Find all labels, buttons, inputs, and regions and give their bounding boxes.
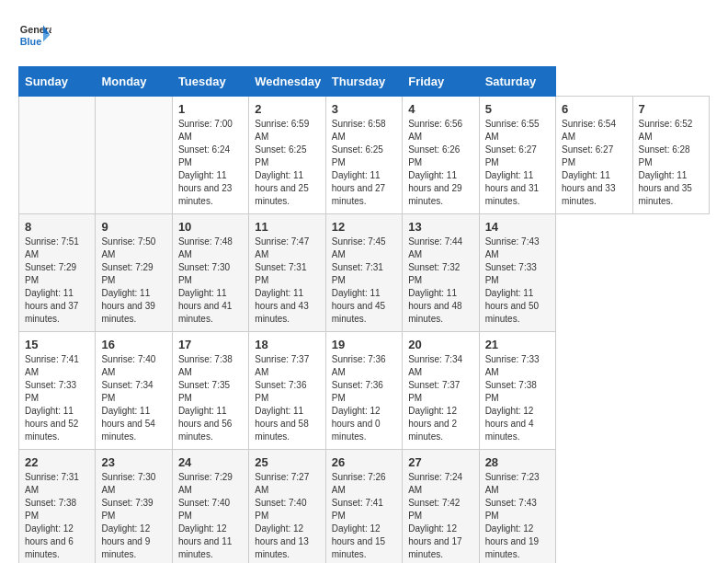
- day-number: 18: [255, 338, 319, 351]
- calendar-day-cell: 6 Sunrise: 6:54 AM Sunset: 6:27 PM Dayli…: [556, 97, 632, 214]
- calendar-day-cell: 23 Sunrise: 7:30 AM Sunset: 7:39 PM Dayl…: [96, 450, 172, 564]
- calendar-day-cell: 4 Sunrise: 6:56 AM Sunset: 6:26 PM Dayli…: [403, 97, 479, 214]
- calendar-day-cell: 3 Sunrise: 6:58 AM Sunset: 6:25 PM Dayli…: [325, 97, 402, 214]
- day-number: 2: [255, 102, 319, 116]
- day-info: Sunrise: 6:52 AM Sunset: 6:28 PM Dayligh…: [639, 118, 704, 208]
- calendar-table: SundayMondayTuesdayWednesdayThursdayFrid…: [18, 66, 710, 563]
- day-number: 22: [25, 455, 89, 469]
- weekday-header: Thursday: [325, 67, 402, 97]
- calendar-day-cell: 19 Sunrise: 7:36 AM Sunset: 7:36 PM Dayl…: [325, 332, 402, 450]
- day-number: 4: [408, 102, 472, 116]
- day-number: 12: [332, 220, 396, 234]
- day-info: Sunrise: 7:47 AM Sunset: 7:31 PM Dayligh…: [255, 236, 319, 326]
- day-number: 20: [408, 338, 472, 351]
- calendar-day-cell: [19, 97, 96, 214]
- day-number: 13: [408, 220, 472, 234]
- day-number: 28: [485, 455, 550, 469]
- calendar-week-row: 8 Sunrise: 7:51 AM Sunset: 7:29 PM Dayli…: [19, 214, 710, 332]
- day-info: Sunrise: 7:23 AM Sunset: 7:43 PM Dayligh…: [485, 471, 550, 561]
- weekday-header: Friday: [403, 67, 479, 97]
- day-info: Sunrise: 7:30 AM Sunset: 7:39 PM Dayligh…: [101, 471, 165, 561]
- day-info: Sunrise: 6:54 AM Sunset: 6:27 PM Dayligh…: [562, 118, 626, 208]
- day-info: Sunrise: 7:38 AM Sunset: 7:35 PM Dayligh…: [178, 353, 243, 443]
- day-info: Sunrise: 6:56 AM Sunset: 6:26 PM Dayligh…: [408, 118, 472, 208]
- calendar-day-cell: 1 Sunrise: 7:00 AM Sunset: 6:24 PM Dayli…: [172, 97, 248, 214]
- day-number: 10: [178, 220, 243, 234]
- calendar-day-cell: 10 Sunrise: 7:48 AM Sunset: 7:30 PM Dayl…: [172, 214, 248, 332]
- day-number: 14: [485, 220, 550, 234]
- day-number: 11: [255, 220, 319, 234]
- calendar-day-cell: 11 Sunrise: 7:47 AM Sunset: 7:31 PM Dayl…: [249, 214, 325, 332]
- day-number: 9: [101, 220, 165, 234]
- calendar-day-cell: 20 Sunrise: 7:34 AM Sunset: 7:37 PM Dayl…: [403, 332, 479, 450]
- calendar-day-cell: 15 Sunrise: 7:41 AM Sunset: 7:33 PM Dayl…: [19, 332, 96, 450]
- day-number: 19: [332, 338, 396, 351]
- day-number: 6: [562, 102, 626, 116]
- day-number: 21: [485, 338, 550, 351]
- calendar-day-cell: 22 Sunrise: 7:31 AM Sunset: 7:38 PM Dayl…: [19, 450, 96, 564]
- day-info: Sunrise: 7:50 AM Sunset: 7:29 PM Dayligh…: [101, 236, 165, 326]
- day-info: Sunrise: 6:58 AM Sunset: 6:25 PM Dayligh…: [332, 118, 396, 208]
- day-info: Sunrise: 7:43 AM Sunset: 7:33 PM Dayligh…: [485, 236, 550, 326]
- day-number: 3: [332, 102, 396, 116]
- day-number: 25: [255, 455, 319, 469]
- calendar-day-cell: 18 Sunrise: 7:37 AM Sunset: 7:36 PM Dayl…: [249, 332, 325, 450]
- day-info: Sunrise: 7:37 AM Sunset: 7:36 PM Dayligh…: [255, 353, 319, 443]
- calendar-day-cell: 26 Sunrise: 7:26 AM Sunset: 7:41 PM Dayl…: [325, 450, 402, 564]
- calendar-day-cell: 5 Sunrise: 6:55 AM Sunset: 6:27 PM Dayli…: [479, 97, 555, 214]
- weekday-header: Monday: [96, 67, 172, 97]
- calendar-week-row: 15 Sunrise: 7:41 AM Sunset: 7:33 PM Dayl…: [19, 332, 710, 450]
- day-number: 1: [178, 102, 243, 116]
- day-number: 7: [639, 102, 704, 116]
- calendar-day-cell: 16 Sunrise: 7:40 AM Sunset: 7:34 PM Dayl…: [96, 332, 172, 450]
- day-info: Sunrise: 7:33 AM Sunset: 7:38 PM Dayligh…: [485, 353, 550, 443]
- day-info: Sunrise: 7:45 AM Sunset: 7:31 PM Dayligh…: [332, 236, 396, 326]
- calendar-day-cell: 24 Sunrise: 7:29 AM Sunset: 7:40 PM Dayl…: [172, 450, 248, 564]
- calendar-day-cell: 25 Sunrise: 7:27 AM Sunset: 7:40 PM Dayl…: [249, 450, 325, 564]
- weekday-header: Tuesday: [172, 67, 248, 97]
- calendar-day-cell: 8 Sunrise: 7:51 AM Sunset: 7:29 PM Dayli…: [19, 214, 96, 332]
- calendar-day-cell: 27 Sunrise: 7:24 AM Sunset: 7:42 PM Dayl…: [403, 450, 479, 564]
- calendar-day-cell: 13 Sunrise: 7:44 AM Sunset: 7:32 PM Dayl…: [403, 214, 479, 332]
- calendar-day-cell: 17 Sunrise: 7:38 AM Sunset: 7:35 PM Dayl…: [172, 332, 248, 450]
- calendar-day-cell: 12 Sunrise: 7:45 AM Sunset: 7:31 PM Dayl…: [325, 214, 402, 332]
- day-number: 5: [485, 102, 550, 116]
- day-number: 27: [408, 455, 472, 469]
- logo-icon: General Blue: [18, 18, 51, 52]
- day-info: Sunrise: 7:40 AM Sunset: 7:34 PM Dayligh…: [101, 353, 165, 443]
- svg-text:Blue: Blue: [20, 36, 41, 47]
- day-number: 26: [332, 455, 396, 469]
- day-info: Sunrise: 7:00 AM Sunset: 6:24 PM Dayligh…: [178, 118, 243, 208]
- day-info: Sunrise: 7:36 AM Sunset: 7:36 PM Dayligh…: [332, 353, 396, 443]
- calendar-week-row: 1 Sunrise: 7:00 AM Sunset: 6:24 PM Dayli…: [19, 97, 710, 214]
- day-number: 23: [101, 455, 165, 469]
- weekday-header: Sunday: [19, 67, 96, 97]
- calendar-header-row: SundayMondayTuesdayWednesdayThursdayFrid…: [19, 67, 710, 97]
- day-info: Sunrise: 7:34 AM Sunset: 7:37 PM Dayligh…: [408, 353, 472, 443]
- calendar-day-cell: 2 Sunrise: 6:59 AM Sunset: 6:25 PM Dayli…: [249, 97, 325, 214]
- weekday-header: Saturday: [479, 67, 555, 97]
- day-info: Sunrise: 7:24 AM Sunset: 7:42 PM Dayligh…: [408, 471, 472, 561]
- day-number: 15: [25, 338, 89, 351]
- day-info: Sunrise: 7:44 AM Sunset: 7:32 PM Dayligh…: [408, 236, 472, 326]
- day-number: 24: [178, 455, 243, 469]
- day-info: Sunrise: 7:26 AM Sunset: 7:41 PM Dayligh…: [332, 471, 396, 561]
- day-info: Sunrise: 7:51 AM Sunset: 7:29 PM Dayligh…: [25, 236, 89, 326]
- calendar-day-cell: 7 Sunrise: 6:52 AM Sunset: 6:28 PM Dayli…: [632, 97, 710, 214]
- day-number: 8: [25, 220, 89, 234]
- day-info: Sunrise: 7:41 AM Sunset: 7:33 PM Dayligh…: [25, 353, 89, 443]
- calendar-day-cell: 28 Sunrise: 7:23 AM Sunset: 7:43 PM Dayl…: [479, 450, 555, 564]
- day-info: Sunrise: 7:29 AM Sunset: 7:40 PM Dayligh…: [178, 471, 243, 561]
- day-info: Sunrise: 7:31 AM Sunset: 7:38 PM Dayligh…: [25, 471, 89, 561]
- calendar-day-cell: 9 Sunrise: 7:50 AM Sunset: 7:29 PM Dayli…: [96, 214, 172, 332]
- header: General Blue: [18, 18, 710, 52]
- calendar-day-cell: [96, 97, 172, 214]
- day-info: Sunrise: 6:55 AM Sunset: 6:27 PM Dayligh…: [485, 118, 550, 208]
- calendar-week-row: 22 Sunrise: 7:31 AM Sunset: 7:38 PM Dayl…: [19, 450, 710, 564]
- day-info: Sunrise: 7:48 AM Sunset: 7:30 PM Dayligh…: [178, 236, 243, 326]
- day-info: Sunrise: 6:59 AM Sunset: 6:25 PM Dayligh…: [255, 118, 319, 208]
- logo: General Blue: [18, 18, 55, 52]
- day-info: Sunrise: 7:27 AM Sunset: 7:40 PM Dayligh…: [255, 471, 319, 561]
- day-number: 17: [178, 338, 243, 351]
- weekday-header: Wednesday: [249, 67, 325, 97]
